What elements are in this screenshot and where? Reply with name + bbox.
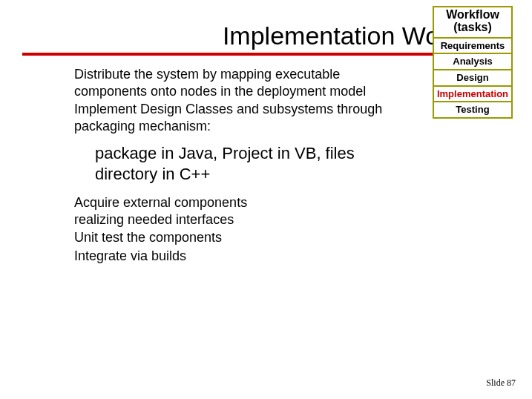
slide: Implementation Workflow Workflow (tasks)…	[0, 0, 532, 399]
workflow-box-header: Workflow (tasks)	[434, 7, 511, 39]
workflow-item-analysis: Analysis	[434, 54, 511, 70]
workflow-item-design: Design	[434, 70, 511, 87]
lower-bullets: Acquire external components realizing ne…	[74, 194, 398, 264]
bullet-integrate: Integrate via builds	[74, 248, 250, 265]
footer-label: Slide	[486, 377, 505, 388]
workflow-tasks-box: Workflow (tasks) Requirements Analysis D…	[433, 6, 513, 119]
workflow-item-testing: Testing	[434, 102, 511, 117]
bullet-unit-test: Unit test the components	[74, 229, 250, 246]
workflow-item-implementation: Implementation	[434, 87, 511, 103]
bullet-implement-design: Implement Design Classes and subsystems …	[74, 101, 398, 134]
footer-page-number: 87	[507, 377, 516, 388]
bullet-distribute: Distribute the system by mapping executa…	[74, 66, 398, 99]
slide-footer: Slide 87	[486, 377, 516, 389]
bullet-acquire: Acquire external components realizing ne…	[74, 194, 250, 228]
workflow-item-requirements: Requirements	[434, 39, 511, 55]
sub-bullet-packaging: package in Java, Project in VB, files di…	[95, 143, 398, 184]
